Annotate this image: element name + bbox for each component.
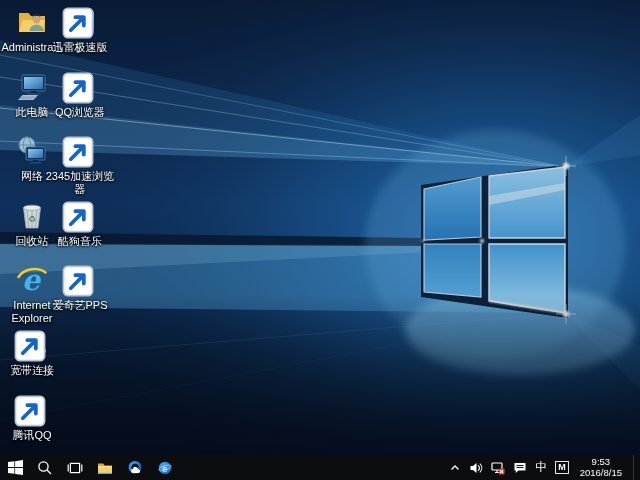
- desktop-icon-label: 宽带连接: [0, 364, 70, 377]
- qq-browser-icon: [127, 460, 143, 476]
- desktop-icon-label: 腾讯QQ: [0, 429, 70, 442]
- kugou-music-icon: K: [64, 200, 96, 232]
- windows-logo-icon: [8, 460, 23, 475]
- action-center-button[interactable]: [513, 455, 527, 480]
- file-explorer-icon: [97, 460, 113, 476]
- 2345-browser-icon: e: [64, 135, 96, 167]
- desktop-icon-label: 酷狗音乐: [42, 235, 118, 248]
- desktop-icon-qq-browser[interactable]: QQ浏览器: [56, 71, 104, 119]
- qq-browser-icon: [64, 71, 96, 103]
- desktop-icon-xunlei[interactable]: 迅雷极速版: [56, 6, 104, 54]
- system-tray: 中 M 9:53 2016/8/15: [449, 455, 640, 480]
- desktop-icon-iqiyi-pps[interactable]: iQIYI 爱奇艺PPS: [56, 264, 104, 312]
- shortcut-arrow-icon: [14, 330, 46, 362]
- this-pc-icon: [16, 71, 48, 103]
- clock-time: 9:53: [580, 457, 622, 468]
- internet-explorer-icon: e: [16, 264, 48, 296]
- taskbar: e: [0, 455, 640, 480]
- desktop-icon-label: 迅雷极速版: [42, 41, 118, 54]
- ime-language-button[interactable]: M: [555, 455, 569, 480]
- iqiyi-pps-icon: iQIYI: [64, 264, 96, 296]
- desktop-icon-kugou-music[interactable]: K 酷狗音乐: [56, 200, 104, 248]
- start-button[interactable]: [0, 455, 30, 480]
- chevron-up-icon: [449, 462, 461, 474]
- shortcut-arrow-icon: [62, 72, 94, 104]
- show-hidden-icons-button[interactable]: [449, 455, 461, 480]
- clock-date: 2016/8/15: [580, 468, 622, 479]
- svg-text:♻: ♻: [28, 214, 36, 224]
- shortcut-arrow-icon: [14, 395, 46, 427]
- file-explorer-button[interactable]: [90, 455, 120, 480]
- desktop-icon-2345-browser[interactable]: e 2345加速浏览器: [56, 135, 104, 196]
- task-view-icon: [67, 460, 83, 476]
- shortcut-arrow-icon: [62, 265, 94, 297]
- tencent-qq-icon: [16, 394, 48, 426]
- network-disconnected-icon: [491, 461, 505, 475]
- show-desktop-button[interactable]: [633, 455, 638, 480]
- 2345-browser-taskbar-button[interactable]: e: [150, 455, 180, 480]
- network-status-button[interactable]: [491, 455, 505, 480]
- desktop-icon-label: 2345加速浏览器: [42, 170, 118, 196]
- ime-badge: M: [555, 461, 569, 474]
- volume-icon: [469, 461, 483, 475]
- ime-mode-indicator[interactable]: 中: [535, 455, 547, 480]
- 2345-browser-icon: e: [157, 460, 173, 476]
- shortcut-arrow-icon: [62, 7, 94, 39]
- task-view-button[interactable]: [60, 455, 90, 480]
- search-icon: [37, 460, 53, 476]
- recycle-bin-icon: ♻: [16, 200, 48, 232]
- qq-browser-taskbar-button[interactable]: [120, 455, 150, 480]
- volume-button[interactable]: [469, 455, 483, 480]
- network-icon: [16, 135, 48, 167]
- desktop-icon-label: 爱奇艺PPS: [42, 299, 118, 312]
- search-button[interactable]: [30, 455, 60, 480]
- shortcut-arrow-icon: [62, 136, 94, 168]
- action-center-icon: [513, 461, 527, 475]
- desktop-icon-broadband-connection[interactable]: 宽带连接: [8, 329, 56, 377]
- xunlei-icon: [64, 6, 96, 38]
- svg-text:e: e: [162, 462, 167, 473]
- user-folder-icon: [16, 6, 48, 38]
- desktop-icon-tencent-qq[interactable]: 腾讯QQ: [8, 394, 56, 442]
- taskbar-clock[interactable]: 9:53 2016/8/15: [577, 457, 625, 478]
- desktop-icon-internet-explorer[interactable]: e Internet Explorer: [8, 264, 56, 325]
- broadband-connection-icon: [16, 329, 48, 361]
- desktop-icon-grid: Administra... 此电脑: [8, 0, 128, 455]
- desktop-icon-label: QQ浏览器: [42, 106, 118, 119]
- shortcut-arrow-icon: [62, 201, 94, 233]
- windows-desktop: Administra... 此电脑: [0, 0, 640, 480]
